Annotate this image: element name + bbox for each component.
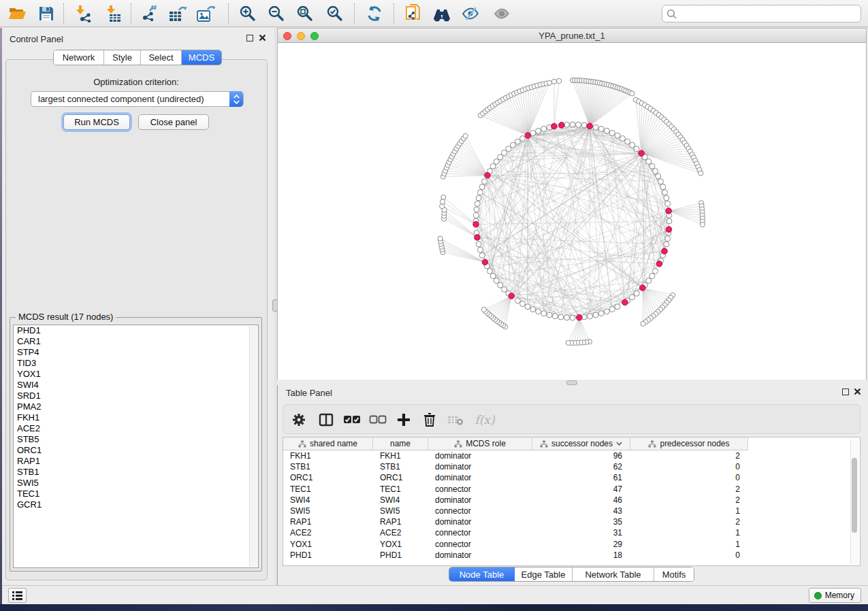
mcds-result-item[interactable]: ORC1 bbox=[14, 445, 258, 456]
mcds-result-item[interactable]: STB1 bbox=[14, 467, 258, 478]
panel-layout-button[interactable] bbox=[316, 410, 336, 430]
table-cell[interactable]: 31 bbox=[532, 527, 630, 538]
zoom-fit-button[interactable] bbox=[293, 3, 317, 24]
mcds-result-item[interactable]: SWI5 bbox=[14, 478, 258, 489]
column-header-successor-nodes[interactable]: successor nodes bbox=[532, 437, 630, 450]
close-panel-button[interactable]: Close panel bbox=[138, 114, 209, 130]
table-cell[interactable]: FKH1 bbox=[283, 450, 373, 461]
table-row[interactable]: ACE2ACE2connector311 bbox=[283, 527, 748, 538]
table-cell[interactable]: RAP1 bbox=[373, 516, 428, 527]
column-header-MCDS-role[interactable]: MCDS role bbox=[428, 437, 532, 450]
tab-network-table[interactable]: Network Table bbox=[573, 567, 654, 581]
table-cell[interactable]: dominator bbox=[428, 472, 532, 483]
graphics-details-button[interactable] bbox=[489, 3, 514, 24]
network-graph[interactable] bbox=[278, 43, 866, 378]
zoom-out-button[interactable] bbox=[264, 3, 289, 24]
table-cell[interactable]: RAP1 bbox=[283, 516, 373, 527]
horizontal-splitter-handle[interactable] bbox=[566, 380, 577, 385]
table-panel-close-icon[interactable] bbox=[854, 388, 861, 395]
mcds-result-item[interactable]: CAR1 bbox=[14, 336, 258, 347]
sort-chevron-icon[interactable] bbox=[616, 442, 622, 446]
table-options-button[interactable] bbox=[289, 410, 309, 430]
table-cell[interactable]: YOX1 bbox=[373, 539, 428, 550]
table-cell[interactable]: dominator bbox=[428, 516, 532, 527]
table-row[interactable]: PHD1PHD1dominator180 bbox=[283, 550, 748, 561]
mcds-result-item[interactable]: STB5 bbox=[14, 434, 258, 445]
mcds-result-item[interactable]: PMA2 bbox=[14, 401, 258, 412]
mcds-list-scrollbar[interactable] bbox=[249, 326, 257, 567]
table-cell[interactable]: 96 bbox=[532, 450, 630, 461]
table-cell[interactable]: 2 bbox=[630, 516, 748, 527]
table-cell[interactable]: FKH1 bbox=[373, 450, 428, 461]
delete-column-button[interactable] bbox=[419, 410, 440, 430]
tab-node-table[interactable]: Node Table bbox=[449, 567, 515, 581]
table-cell[interactable]: 2 bbox=[630, 450, 748, 461]
import-network-button[interactable] bbox=[71, 3, 95, 24]
table-cell[interactable]: 61 bbox=[532, 472, 630, 483]
tab-network[interactable]: Network bbox=[54, 50, 104, 65]
table-row[interactable]: STB1STB1dominator620 bbox=[283, 461, 748, 472]
table-cell[interactable]: ORC1 bbox=[283, 472, 373, 483]
network-window-titlebar[interactable]: YPA_prune.txt_1 bbox=[277, 28, 867, 43]
table-scrollbar-thumb[interactable] bbox=[852, 458, 857, 533]
table-row[interactable]: SWI5SWI5connector431 bbox=[283, 506, 748, 516]
mcds-result-list[interactable]: PHD1CAR1STP4TID3YOX1SWI4SRD1PMA2FKH1ACE2… bbox=[13, 325, 259, 568]
table-cell[interactable]: connector bbox=[428, 539, 532, 550]
table-cell[interactable]: dominator bbox=[428, 461, 532, 472]
table-row[interactable]: SWI4SWI4dominator462 bbox=[283, 495, 748, 506]
table-cell[interactable]: 47 bbox=[532, 484, 630, 495]
table-cell[interactable]: 0 bbox=[630, 472, 748, 483]
mcds-result-item[interactable]: SWI4 bbox=[14, 380, 258, 391]
hide-annotations-button[interactable] bbox=[458, 3, 483, 24]
table-cell[interactable]: TEC1 bbox=[283, 484, 373, 495]
mcds-result-item[interactable]: TEC1 bbox=[14, 489, 258, 499]
table-cell[interactable]: 18 bbox=[532, 550, 630, 561]
mcds-result-item[interactable]: FKH1 bbox=[14, 412, 258, 423]
table-cell[interactable]: PHD1 bbox=[373, 550, 428, 561]
refresh-view-button[interactable] bbox=[362, 3, 387, 24]
table-cell[interactable]: ORC1 bbox=[373, 472, 428, 483]
mcds-result-item[interactable]: GCR1 bbox=[14, 499, 258, 510]
table-cell[interactable]: SWI5 bbox=[373, 506, 428, 516]
mcds-result-item[interactable]: ACE2 bbox=[14, 423, 258, 434]
deselect-all-columns-button[interactable] bbox=[368, 410, 388, 430]
table-row[interactable]: YOX1YOX1connector291 bbox=[283, 539, 748, 550]
table-cell[interactable]: dominator bbox=[428, 550, 532, 561]
select-all-columns-button[interactable] bbox=[342, 410, 362, 430]
table-cell[interactable]: 62 bbox=[532, 461, 630, 472]
table-cell[interactable]: SWI5 bbox=[283, 506, 373, 516]
table-cell[interactable]: connector bbox=[428, 484, 532, 495]
tab-mcds[interactable]: MCDS bbox=[182, 50, 221, 65]
column-header-predecessor-nodes[interactable]: predecessor nodes bbox=[630, 437, 748, 450]
table-row[interactable]: TEC1TEC1connector472 bbox=[283, 484, 748, 495]
table-panel-float-button[interactable] bbox=[842, 389, 849, 395]
table-cell[interactable]: ACE2 bbox=[283, 527, 373, 538]
export-image-button[interactable] bbox=[193, 3, 218, 24]
task-history-button[interactable] bbox=[8, 588, 27, 603]
table-cell[interactable]: 35 bbox=[532, 516, 630, 527]
table-cell[interactable]: 1 bbox=[630, 527, 748, 538]
table-cell[interactable]: STB1 bbox=[283, 461, 373, 472]
export-network-button[interactable] bbox=[138, 3, 162, 24]
column-header-shared-name[interactable]: shared name bbox=[283, 437, 373, 450]
mcds-result-item[interactable]: PHD1 bbox=[14, 325, 258, 336]
tab-select[interactable]: Select bbox=[141, 50, 182, 65]
tab-edge-table[interactable]: Edge Table bbox=[515, 567, 573, 581]
network-search-field[interactable] bbox=[662, 5, 861, 22]
import-table-button[interactable] bbox=[101, 3, 125, 24]
tab-style[interactable]: Style bbox=[104, 50, 141, 65]
table-cell[interactable]: 43 bbox=[532, 506, 630, 516]
table-cell[interactable]: 2 bbox=[630, 484, 748, 495]
zoom-selected-button[interactable] bbox=[323, 3, 347, 24]
table-cell[interactable]: ACE2 bbox=[373, 527, 428, 538]
tab-motifs[interactable]: Motifs bbox=[654, 567, 694, 581]
table-cell[interactable]: 29 bbox=[532, 539, 630, 550]
mcds-result-item[interactable]: RAP1 bbox=[14, 456, 258, 467]
table-cell[interactable]: 2 bbox=[630, 495, 748, 506]
mcds-result-item[interactable]: YOX1 bbox=[14, 369, 258, 380]
table-cell[interactable]: connector bbox=[428, 506, 532, 516]
table-scrollbar[interactable] bbox=[850, 439, 858, 564]
table-cell[interactable]: connector bbox=[428, 527, 532, 538]
table-cell[interactable]: dominator bbox=[428, 495, 532, 506]
table-cell[interactable]: PHD1 bbox=[283, 550, 373, 561]
